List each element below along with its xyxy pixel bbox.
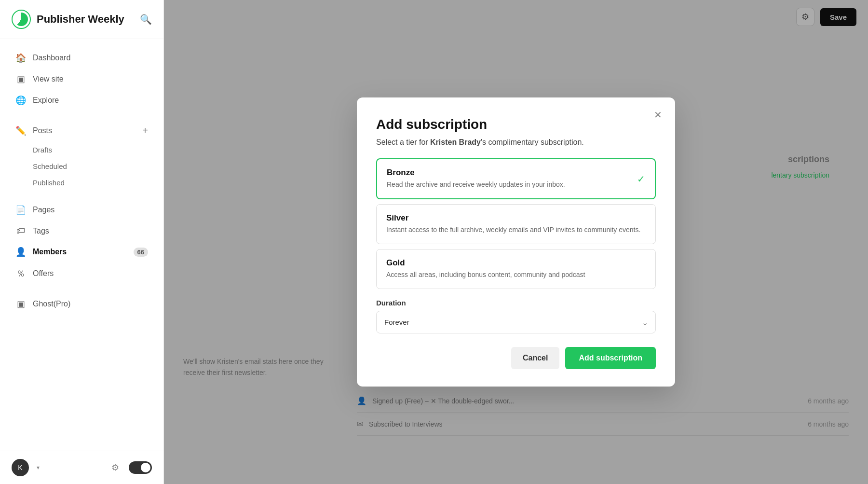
members-icon: 👤 [15,247,26,257]
sidebar-item-explore[interactable]: 🌐 Explore [4,90,160,111]
posts-icon: ✏️ [15,125,26,136]
ghost-pro-icon: ▣ [15,299,26,309]
sidebar-item-posts[interactable]: ✏️ Posts + [4,120,160,141]
search-icon[interactable]: 🔍 [140,14,152,25]
sidebar-item-drafts[interactable]: Drafts [4,142,160,158]
duration-select-wrapper: Forever ⌄ [376,311,656,333]
sidebar-item-tags[interactable]: 🏷 Tags [4,221,160,241]
modal-close-button[interactable]: ✕ [650,107,665,123]
view-site-icon: ▣ [15,74,26,84]
pages-label: Pages [33,206,54,214]
tier-bronze-title: Bronze [387,168,645,178]
offers-label: Offers [33,269,54,278]
dashboard-label: Dashboard [33,54,70,62]
tier-silver-title: Silver [386,213,646,223]
sidebar-nav: 🏠 Dashboard ▣ View site 🌐 Explore ✏️ Pos… [0,39,163,451]
tier-gold[interactable]: Gold Access all areas, including bonus c… [376,249,656,289]
sidebar-header: Publisher Weekly 🔍 [0,0,163,39]
sidebar: Publisher Weekly 🔍 🏠 Dashboard ▣ View si… [0,0,164,484]
sidebar-item-published[interactable]: Published [4,175,160,191]
duration-label: Duration [376,299,656,307]
tier-silver-desc: Instant access to the full archive, week… [386,225,646,235]
tags-icon: 🏷 [15,226,26,236]
subtitle-prefix: Select a tier for [376,138,430,146]
posts-add-icon[interactable]: + [142,125,148,136]
tags-label: Tags [33,227,49,235]
modal-subtitle: Select a tier for Kristen Brady's compli… [376,138,656,147]
sidebar-item-view-site[interactable]: ▣ View site [4,69,160,89]
modal-actions: Cancel Add subscription [376,347,656,369]
tier-check-icon: ✓ [637,173,645,185]
tier-bronze[interactable]: Bronze Read the archive and receive week… [376,158,656,199]
sidebar-item-pages[interactable]: 📄 Pages [4,200,160,220]
subscriber-name: Kristen Brady [430,138,481,146]
sidebar-item-members[interactable]: 👤 Members 66 [4,242,160,262]
sidebar-footer: K ▾ ⚙ [0,451,163,484]
published-label: Published [33,179,65,187]
tier-gold-desc: Access all areas, including bonus conten… [386,270,646,280]
user-avatar[interactable]: K [12,459,29,476]
app-logo [12,10,31,29]
sidebar-item-offers[interactable]: ％ Offers [4,263,160,284]
pages-icon: 📄 [15,205,26,215]
duration-select[interactable]: Forever [376,311,656,333]
subtitle-suffix: 's complimentary subscription. [481,138,584,146]
tier-silver[interactable]: Silver Instant access to the full archiv… [376,204,656,244]
scheduled-label: Scheduled [33,162,67,170]
tier-bronze-desc: Read the archive and receive weekly upda… [387,180,645,190]
user-initials: K [18,464,22,471]
members-badge: 66 [134,248,148,257]
members-label: Members [33,248,67,256]
view-site-label: View site [33,75,64,83]
app-title: Publisher Weekly [37,13,134,26]
sidebar-item-dashboard[interactable]: 🏠 Dashboard [4,48,160,68]
toggle-knob [141,463,150,472]
offers-icon: ％ [15,268,26,279]
sidebar-item-ghost-pro[interactable]: ▣ Ghost(Pro) [4,294,160,314]
add-subscription-button[interactable]: Add subscription [565,347,656,369]
modal-overlay: ✕ Add subscription Select a tier for Kri… [164,0,868,484]
explore-label: Explore [33,96,59,105]
main-content: ⚙ Save We'll show Kristen's email stats … [164,0,868,484]
ghost-pro-label: Ghost(Pro) [33,300,70,308]
modal-title: Add subscription [376,117,656,132]
dark-mode-toggle[interactable] [129,461,152,474]
explore-icon: 🌐 [15,95,26,106]
close-icon: ✕ [654,109,662,121]
user-chevron-icon[interactable]: ▾ [37,464,40,471]
tier-gold-title: Gold [386,258,646,268]
cancel-button[interactable]: Cancel [511,347,559,369]
duration-value: Forever [384,318,409,326]
footer-settings-icon[interactable]: ⚙ [111,462,119,473]
drafts-label: Drafts [33,146,52,154]
sidebar-item-scheduled[interactable]: Scheduled [4,158,160,174]
posts-label: Posts [33,126,52,135]
add-subscription-modal: ✕ Add subscription Select a tier for Kri… [357,97,675,387]
home-icon: 🏠 [15,53,26,63]
